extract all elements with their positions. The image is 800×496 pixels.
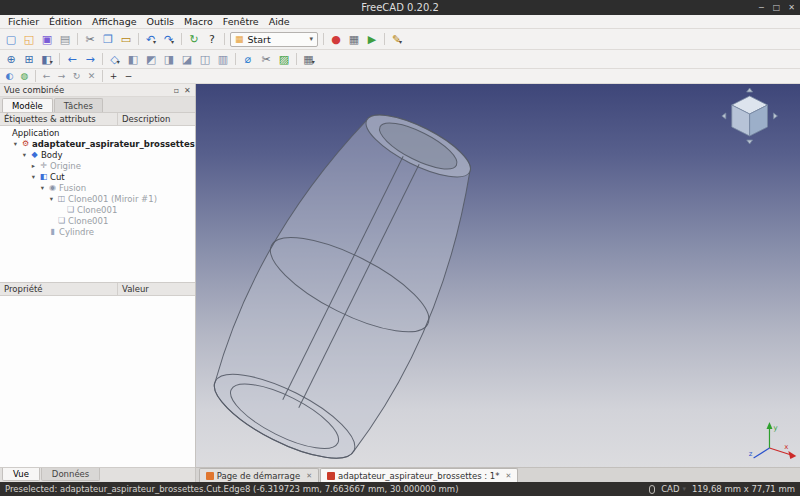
expand-arrow-icon[interactable]: ▾ [38,184,47,192]
tree-item-clone001[interactable]: ❏Clone001 [0,204,195,215]
menu-fenetre[interactable]: Fenêtre [218,16,264,27]
menu-edition[interactable]: Édition [44,16,87,27]
website-button[interactable]: ◍ [17,70,32,82]
navigation-cube[interactable] [722,88,778,144]
expand-arrow-icon[interactable]: ▾ [29,173,38,181]
maximize-button[interactable]: □ [773,3,781,12]
navigation-style-select[interactable]: CAD ▾ [661,484,686,494]
cut-button[interactable]: ✂ [81,31,99,47]
doc-tab-adaptateur-aspirateur-brossettes-1[interactable]: adaptateur_aspirateur_brossettes : 1*✕ [320,468,518,482]
float-panel-button[interactable]: ▫ [174,86,179,95]
fit-all-button[interactable]: ⊕ [2,51,20,67]
fit-selection-button[interactable]: ⊞ [20,51,38,67]
clipping-plane-button[interactable]: ✂ [257,51,275,67]
view-rear-button[interactable]: ◪ [178,51,196,67]
document-icon: ⚙ [20,139,31,148]
edit-mode-button[interactable]: ✎▾ [388,31,406,47]
body-icon: ◆ [29,150,40,159]
tab-vue[interactable]: Vue [2,468,40,481]
tab-taches[interactable]: Tâches [54,98,103,112]
cube-arrow-left[interactable] [722,113,726,119]
menu-aide[interactable]: Aide [264,16,295,27]
copy-button[interactable]: ❐ [99,31,117,47]
tree-item-adaptateur-aspirateur-brossettes[interactable]: ▾⚙adaptateur_aspirateur_brossettes [0,138,195,149]
tree-item-body[interactable]: ▾◆Body [0,149,195,160]
expand-arrow-icon[interactable]: ▾ [20,151,29,159]
undo-button[interactable]: ↶▾ [142,31,160,47]
refresh-button[interactable]: ↻ [185,31,203,47]
tree-item-label: Application [11,128,60,138]
view-isometric-button[interactable]: ◇▾ [106,51,124,67]
toolbar-separator [59,53,60,65]
start-page-button[interactable]: ◐ [2,70,17,82]
tree-item-cut[interactable]: ▾◧Cut [0,171,195,182]
tree-item-label: Origine [49,161,81,171]
zoom-out-icon: − [125,72,133,81]
close-panel-button[interactable]: ✕ [184,86,191,95]
open-document-button[interactable]: ◱ [20,31,38,47]
measure-distance-button[interactable]: ⌀ [239,51,257,67]
draw-style-button[interactable]: ◧▾ [38,51,56,67]
view-front-icon: ◧ [128,54,138,65]
minimize-button[interactable]: − [758,3,765,12]
tree-item-origine[interactable]: ▸✛Origine [0,160,195,171]
tab-donnees[interactable]: Données [41,468,100,481]
doc-tab-page-de-demarrage[interactable]: Page de démarrage✕ [199,468,319,482]
freecad-document-icon [327,472,335,480]
zoom-in-button[interactable]: + [106,70,121,82]
close-button[interactable]: ✕ [788,3,795,12]
toolbar-separator [384,33,385,45]
tree-item-application[interactable]: Application [0,127,195,138]
column-header-description[interactable]: Description [118,113,195,125]
column-header-property[interactable]: Propriété [0,283,118,295]
print-button[interactable]: ▤ [56,31,74,47]
view-front-button[interactable]: ◧ [124,51,142,67]
expand-arrow-icon[interactable]: ▸ [29,162,38,170]
cube-arrow-down[interactable] [746,140,752,144]
model-3d-object[interactable] [196,90,505,467]
tree-item-clone001[interactable]: ❏Clone001 [0,215,195,226]
view-bottom-button[interactable]: ◫ [196,51,214,67]
close-tab-icon[interactable]: ✕ [306,472,312,480]
view-back-button[interactable]: ← [63,51,81,67]
cube-arrow-up[interactable] [746,88,752,92]
new-document-button[interactable]: ▢ [2,31,20,47]
view-forward-button[interactable]: → [81,51,99,67]
nav-back-button[interactable]: ← [39,70,54,82]
nav-refresh-button[interactable]: ↻ [69,70,84,82]
view-forward-icon: → [85,54,94,65]
texture-mapping-button[interactable]: ▨ [275,51,293,67]
menu-affichage[interactable]: Affichage [87,16,142,27]
execute-macro-button[interactable]: ▶ [363,31,381,47]
redo-button[interactable]: ↷▾ [160,31,178,47]
column-header-value[interactable]: Valeur [118,283,195,295]
expand-arrow-icon[interactable]: ▾ [11,140,20,148]
macros-dialog-button[interactable]: ▦ [345,31,363,47]
workbench-selector[interactable]: ▦Start▾ [230,32,318,47]
save-document-button[interactable]: ▣ [38,31,56,47]
macro-record-button[interactable]: ● [327,31,345,47]
dock-views-button[interactable]: ▦▾ [300,51,318,67]
3d-viewport[interactable]: y x z [196,84,800,467]
panel-titlebar: Vue combinée ▫✕ [0,84,195,97]
nav-forward-button[interactable]: → [54,70,69,82]
close-tab-icon[interactable]: ✕ [506,472,512,480]
tab-modele[interactable]: Modèle [2,98,53,112]
menu-outils[interactable]: Outils [142,16,179,27]
zoom-out-button[interactable]: − [121,70,136,82]
view-top-button[interactable]: ◩ [142,51,160,67]
view-left-button[interactable]: ▥ [214,51,232,67]
tree-item-fusion[interactable]: ▾◉Fusion [0,182,195,193]
cube-arrow-right[interactable] [773,113,777,119]
tree-item-cylindre[interactable]: ▮Cylindre [0,226,195,237]
nav-stop-button[interactable]: ✕ [84,70,99,82]
whats-this-button[interactable]: ? [203,31,221,47]
menu-macro[interactable]: Macro [179,16,218,27]
view-right-button[interactable]: ◨ [160,51,178,67]
paste-button[interactable]: ▭ [117,31,135,47]
menu-fichier[interactable]: Fichier [3,16,44,27]
expand-arrow-icon[interactable]: ▾ [47,195,56,203]
column-header-labels[interactable]: Étiquettes & attributs [0,113,118,125]
tree-item-clone001-miroir-1[interactable]: ▾◫Clone001 (Miroir #1) [0,193,195,204]
doc-tab-label: adaptateur_aspirateur_brossettes : 1* [338,471,499,481]
